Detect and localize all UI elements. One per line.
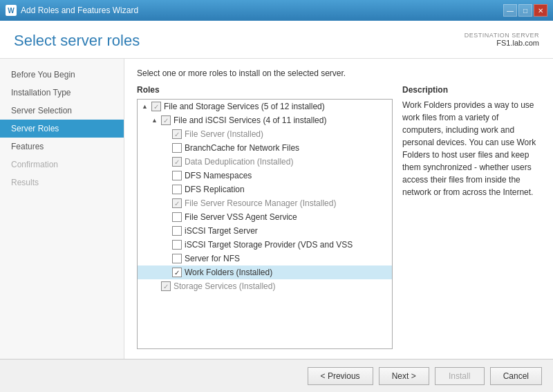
checkbox-9[interactable] [172,226,182,236]
destination-label: DESTINATION SERVER [465,32,539,39]
title-bar: W Add Roles and Features Wizard — □ ✕ [0,0,553,21]
minimize-button[interactable]: — [503,4,517,17]
title-bar-left: W Add Roles and Features Wizard [6,5,138,16]
install-button[interactable]: Install [435,367,485,385]
next-button[interactable]: Next > [379,367,429,385]
content-body: Roles ▲✓File and Storage Services (5 of … [137,85,541,349]
roles-panel: Roles ▲✓File and Storage Services (5 of … [137,85,393,349]
sidebar: Before You BeginInstallation TypeServer … [0,59,124,359]
role-item-12[interactable]: ✓Work Folders (Installed) [138,265,392,279]
role-label-6: DFS Replication [185,185,245,194]
role-label-9: iSCSI Target Server [185,226,258,236]
server-name: FS1.lab.com [465,39,539,47]
checkbox-13[interactable]: ✓ [161,281,171,291]
maximize-button[interactable]: □ [518,4,532,17]
role-label-5: DFS Namespaces [185,171,252,180]
role-label-10: iSCSI Target Storage Provider (VDS and V… [185,240,353,250]
expand-icon-0: ▲ [142,103,149,110]
sidebar-item-results: Results [0,174,124,192]
roles-label: Roles [137,85,393,95]
main-container: Select server roles DESTINATION SERVER F… [0,21,553,392]
checkbox-3[interactable] [172,143,182,153]
page-header: Select server roles DESTINATION SERVER F… [0,21,553,59]
description-panel: Description Work Folders provides a way … [402,85,541,349]
role-item-13[interactable]: ✓Storage Services (Installed) [138,279,392,293]
sidebar-item-server-roles[interactable]: Server Roles [0,120,124,138]
checkbox-11[interactable] [172,254,182,263]
role-label-4: Data Deduplication (Installed) [185,157,293,167]
sidebar-item-confirmation: Confirmation [0,156,124,174]
content: Select one or more roles to install on t… [124,59,553,359]
footer: < Previous Next > Install Cancel [0,359,553,392]
role-label-2: File Server (Installed) [185,129,263,139]
checkbox-5[interactable] [172,171,182,180]
previous-button[interactable]: < Previous [308,367,373,385]
page-title: Select server roles [14,32,140,50]
role-item-2[interactable]: ✓File Server (Installed) [138,127,392,141]
app-icon: W [6,5,17,16]
role-item-11[interactable]: Server for NFS [138,252,392,265]
role-item-4[interactable]: ✓Data Deduplication (Installed) [138,155,392,169]
sidebar-item-installation-type[interactable]: Installation Type [0,84,124,102]
checkbox-4[interactable]: ✓ [172,157,182,167]
role-label-13: Storage Services (Installed) [174,281,275,291]
role-label-8: File Server VSS Agent Service [185,212,297,222]
role-label-12: Work Folders (Installed) [185,268,272,277]
description-text: Work Folders provides a way to use work … [402,99,541,198]
role-label-7: File Server Resource Manager (Installed) [185,198,336,208]
roles-list: ▲✓File and Storage Services (5 of 12 ins… [138,100,392,293]
title-bar-title: Add Roles and Features Wizard [21,6,138,15]
role-item-1[interactable]: ▲✓File and iSCSI Services (4 of 11 insta… [138,113,392,127]
expand-icon-1: ▲ [151,117,158,124]
role-item-10[interactable]: iSCSI Target Storage Provider (VDS and V… [138,238,392,252]
checkbox-10[interactable] [172,240,182,250]
role-item-5[interactable]: DFS Namespaces [138,169,392,183]
checkbox-8[interactable] [172,212,182,222]
role-item-7[interactable]: ✓File Server Resource Manager (Installed… [138,196,392,210]
destination-server: DESTINATION SERVER FS1.lab.com [465,32,539,47]
checkbox-2[interactable]: ✓ [172,129,182,139]
role-label-3: BranchCache for Network Files [185,143,299,153]
checkbox-6[interactable] [172,185,182,194]
sidebar-item-server-selection[interactable]: Server Selection [0,102,124,120]
checkbox-1[interactable]: ✓ [161,115,171,125]
content-instruction: Select one or more roles to install on t… [137,68,541,78]
role-item-3[interactable]: BranchCache for Network Files [138,141,392,155]
role-item-8[interactable]: File Server VSS Agent Service [138,210,392,224]
role-label-11: Server for NFS [185,254,240,263]
checkbox-12[interactable]: ✓ [172,268,182,277]
description-label: Description [402,85,541,95]
role-label-0: File and Storage Services (5 of 12 insta… [164,102,325,111]
sidebar-item-features[interactable]: Features [0,138,124,156]
close-button[interactable]: ✕ [534,4,547,17]
checkbox-0[interactable]: ✓ [151,102,161,111]
title-bar-controls: — □ ✕ [503,4,547,17]
role-item-0[interactable]: ▲✓File and Storage Services (5 of 12 ins… [138,100,392,113]
role-label-1: File and iSCSI Services (4 of 11 install… [174,115,326,125]
checkbox-7[interactable]: ✓ [172,198,182,208]
body-area: Before You BeginInstallation TypeServer … [0,59,553,359]
roles-list-container[interactable]: ▲✓File and Storage Services (5 of 12 ins… [137,99,393,349]
role-item-9[interactable]: iSCSI Target Server [138,224,392,238]
cancel-button[interactable]: Cancel [490,367,542,385]
sidebar-item-before-you-begin[interactable]: Before You Begin [0,66,124,84]
role-item-6[interactable]: DFS Replication [138,183,392,196]
